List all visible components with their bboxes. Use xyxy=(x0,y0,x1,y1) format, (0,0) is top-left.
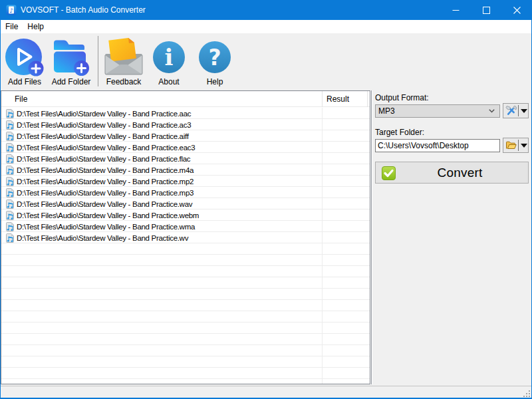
column-header-file[interactable]: File xyxy=(15,94,27,104)
menu-file[interactable]: File xyxy=(1,20,23,33)
file-path: D:\Test Files\Audio\Stardew Valley - Ban… xyxy=(17,121,191,129)
open-folder-icon xyxy=(505,140,517,151)
audio-file-icon xyxy=(6,177,14,186)
table-row[interactable]: D:\Test Files\Audio\Stardew Valley - Ban… xyxy=(1,130,370,142)
table-row[interactable]: D:\Test Files\Audio\Stardew Valley - Ban… xyxy=(1,119,370,130)
help-label: Help xyxy=(192,77,238,86)
chevron-down-icon xyxy=(489,109,495,113)
list-header: File Result xyxy=(1,91,370,107)
menu-help[interactable]: Help xyxy=(23,20,49,33)
feedback-envelope-icon xyxy=(103,37,144,77)
table-row[interactable]: D:\Test Files\Audio\Stardew Valley - Ban… xyxy=(1,232,370,243)
target-folder-label: Target Folder: xyxy=(375,128,424,137)
window-title: VOVSOFT - Batch Audio Converter xyxy=(21,0,146,20)
audio-file-icon xyxy=(6,222,14,231)
add-folder-icon xyxy=(52,38,90,76)
add-files-icon xyxy=(5,38,44,76)
table-row[interactable]: D:\Test Files\Audio\Stardew Valley - Ban… xyxy=(1,142,370,153)
file-path: D:\Test Files\Audio\Stardew Valley - Ban… xyxy=(17,155,190,163)
add-folder-label: Add Folder xyxy=(48,77,94,86)
dropdown-arrow-icon xyxy=(521,144,527,148)
close-icon xyxy=(513,7,521,14)
file-path: D:\Test Files\Audio\Stardew Valley - Ban… xyxy=(17,132,189,140)
table-row[interactable]: D:\Test Files\Audio\Stardew Valley - Ban… xyxy=(1,164,370,176)
svg-text:?: ? xyxy=(208,45,221,70)
status-bar xyxy=(1,386,531,398)
file-list: File Result D:\Test Files\Audio\Stardew … xyxy=(1,90,370,384)
split-divider xyxy=(518,140,519,151)
table-row[interactable]: D:\Test Files\Audio\Stardew Valley - Ban… xyxy=(1,176,370,187)
split-divider xyxy=(518,105,519,116)
table-row[interactable]: D:\Test Files\Audio\Stardew Valley - Ban… xyxy=(1,221,370,232)
audio-file-icon xyxy=(6,200,14,209)
feedback-button[interactable]: Feedback xyxy=(100,35,147,88)
window-controls xyxy=(440,0,532,20)
file-path: D:\Test Files\Audio\Stardew Valley - Ban… xyxy=(17,166,194,174)
table-row[interactable]: D:\Test Files\Audio\Stardew Valley - Ban… xyxy=(1,198,370,209)
resize-grip[interactable] xyxy=(523,390,530,397)
svg-text:♪: ♪ xyxy=(9,7,13,14)
add-files-label: Add Files xyxy=(1,77,48,86)
audio-file-icon xyxy=(6,143,14,152)
table-row[interactable]: D:\Test Files\Audio\Stardew Valley - Ban… xyxy=(1,153,370,164)
dropdown-arrow-icon xyxy=(521,109,527,113)
column-header-result[interactable]: Result xyxy=(327,94,349,104)
tools-icon xyxy=(505,105,517,116)
file-path: D:\Test Files\Audio\Stardew Valley - Ban… xyxy=(17,200,192,208)
file-path: D:\Test Files\Audio\Stardew Valley - Ban… xyxy=(17,234,188,242)
side-panel: Output Format: MP3 Target Folder: C:\Use… xyxy=(372,90,531,386)
file-path: D:\Test Files\Audio\Stardew Valley - Ban… xyxy=(17,144,195,152)
maximize-icon xyxy=(483,7,490,14)
add-folder-button[interactable]: Add Folder xyxy=(48,35,94,88)
output-format-value: MP3 xyxy=(378,106,395,116)
maximize-button[interactable] xyxy=(471,0,501,20)
about-info-icon: i xyxy=(152,40,186,74)
convert-button[interactable]: Convert xyxy=(375,162,529,184)
table-row[interactable]: D:\Test Files\Audio\Stardew Valley - Ban… xyxy=(1,108,370,119)
audio-file-icon xyxy=(6,132,14,141)
format-settings-button[interactable] xyxy=(503,103,529,118)
help-button[interactable]: ? Help xyxy=(192,35,238,88)
menu-bar: File Help xyxy=(1,20,531,33)
audio-file-icon xyxy=(6,211,14,220)
close-button[interactable] xyxy=(501,0,532,20)
output-format-select[interactable]: MP3 xyxy=(375,104,500,118)
column-divider[interactable] xyxy=(367,91,368,107)
file-path: D:\Test Files\Audio\Stardew Valley - Ban… xyxy=(17,223,195,231)
column-divider[interactable] xyxy=(322,91,323,107)
table-row[interactable]: D:\Test Files\Audio\Stardew Valley - Ban… xyxy=(1,209,370,221)
file-path: D:\Test Files\Audio\Stardew Valley - Ban… xyxy=(17,178,194,186)
convert-label: Convert xyxy=(384,162,532,183)
minimize-icon xyxy=(452,7,460,14)
toolbar-separator xyxy=(98,36,98,86)
help-question-icon: ? xyxy=(198,40,231,74)
audio-file-icon xyxy=(6,120,14,130)
about-button[interactable]: i About xyxy=(146,35,192,88)
audio-file-icon xyxy=(6,109,14,118)
file-path: D:\Test Files\Audio\Stardew Valley - Ban… xyxy=(17,189,194,197)
add-files-button[interactable]: Add Files xyxy=(1,35,48,88)
app-window: ♪ VOVSOFT - Batch Audio Converter File H… xyxy=(0,0,532,399)
toolbar: Add Files Add Folder xyxy=(1,33,531,90)
table-row[interactable]: D:\Test Files\Audio\Stardew Valley - Ban… xyxy=(1,187,370,198)
about-label: About xyxy=(146,77,192,86)
audio-file-icon xyxy=(6,188,14,198)
file-path: D:\Test Files\Audio\Stardew Valley - Ban… xyxy=(17,110,191,118)
app-icon: ♪ xyxy=(6,5,17,15)
svg-text:i: i xyxy=(165,44,174,70)
minimize-button[interactable] xyxy=(440,0,471,20)
output-format-label: Output Format: xyxy=(375,93,429,102)
title-bar[interactable]: ♪ VOVSOFT - Batch Audio Converter xyxy=(0,0,532,20)
target-folder-input[interactable]: C:\Users\Vovsoft\Desktop xyxy=(375,139,500,152)
list-body: D:\Test Files\Audio\Stardew Valley - Ban… xyxy=(1,108,370,384)
file-path: D:\Test Files\Audio\Stardew Valley - Ban… xyxy=(17,211,199,219)
audio-file-icon xyxy=(6,154,14,164)
audio-file-icon xyxy=(6,166,14,175)
browse-folder-button[interactable] xyxy=(503,138,529,153)
audio-file-icon xyxy=(6,233,14,243)
feedback-label: Feedback xyxy=(100,77,147,86)
